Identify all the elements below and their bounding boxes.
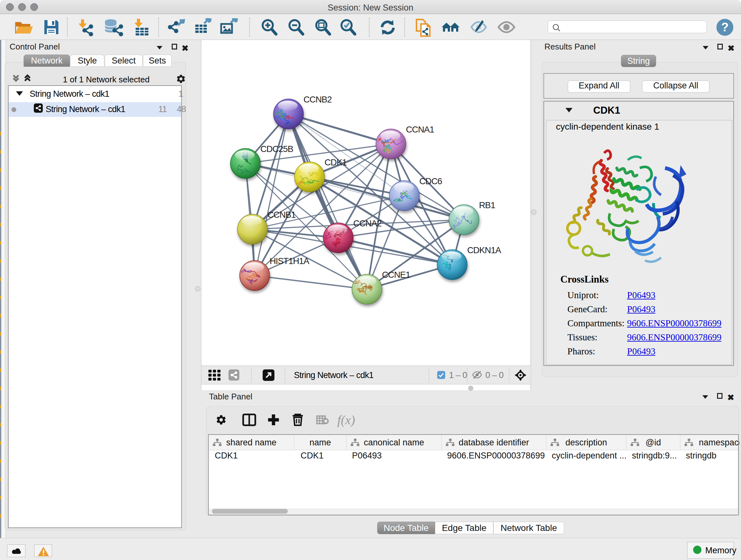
svg-text:CCNA2: CCNA2 <box>353 219 381 228</box>
svg-text:CDKN1A: CDKN1A <box>467 245 501 255</box>
svg-text:CDK1: CDK1 <box>325 158 347 167</box>
svg-text:CDC6: CDC6 <box>419 176 442 186</box>
svg-text:CCNB1: CCNB1 <box>267 210 295 220</box>
svg-text:CDC25B: CDC25B <box>260 144 293 154</box>
svg-text:HIST1H1A: HIST1H1A <box>270 256 310 266</box>
svg-text:CCNB2: CCNB2 <box>304 95 332 105</box>
svg-text:CCNE1: CCNE1 <box>382 270 410 280</box>
svg-text:RB1: RB1 <box>479 200 495 210</box>
svg-text:CCNA1: CCNA1 <box>406 125 434 134</box>
